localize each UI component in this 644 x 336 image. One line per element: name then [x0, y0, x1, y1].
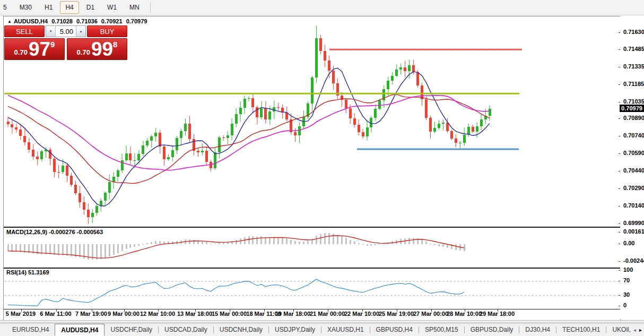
timeframe-button-mn[interactable]: MN — [124, 1, 145, 14]
chart-tab-bar: EURUSD,H4AUDUSD,H4USDCHF,DailyUSDCAD,Dai… — [0, 323, 644, 336]
rsi-scale-label: 30 — [623, 291, 630, 298]
axis-tick — [619, 136, 620, 136]
volume-decrease-icon[interactable]: ▾ — [46, 26, 56, 37]
timeframe-button-d1[interactable]: D1 — [81, 1, 100, 14]
trading-terminal-window: 5M30H1H4D1W1MN ▲AUDUSD,H4 0.71028 0.7103… — [0, 0, 644, 336]
macd-scale-label: 0.001615 — [623, 228, 644, 235]
price-tick-label: 0.71185 — [623, 81, 644, 87]
tab-scroll-arrows: ◂ ▸ — [630, 323, 642, 336]
rsi-scale-label: 70 — [623, 277, 630, 283]
price-axis[interactable]: 0.716300.714850.713350.711850.710350.708… — [620, 16, 644, 320]
axis-tick — [619, 295, 620, 296]
axis-tick — [619, 118, 620, 119]
axis-tick — [619, 67, 620, 67]
axis-tick — [619, 261, 620, 262]
price-tick-label: 0.70890 — [623, 115, 644, 121]
buy-price-button[interactable]: 0.70 99 8 — [67, 38, 127, 60]
rsi-indicator-label: RSI(14)51.3169 — [6, 269, 51, 275]
buy-price-prefix: 0.70 — [77, 48, 90, 56]
timeframe-button-m30[interactable]: M30 — [14, 1, 37, 14]
price-tick-label: 0.70590 — [623, 150, 644, 156]
high-value: 0.71036 — [76, 18, 98, 24]
price-tick-label: 0.71035 — [623, 98, 644, 105]
close-value: 0.70979 — [126, 18, 147, 24]
volume-input[interactable]: 5.00 — [56, 26, 76, 37]
chart-tab-usdchf-daily[interactable]: USDCHF,Daily — [105, 323, 158, 336]
rsi-scale-label: 0 — [623, 302, 626, 308]
timeframe-button-w1[interactable]: W1 — [102, 1, 122, 14]
axis-tick — [619, 306, 620, 306]
chart-canvas[interactable] — [3, 16, 621, 320]
buy-price-main: 99 — [91, 39, 113, 59]
price-tick-label: 0.69990 — [623, 220, 644, 226]
price-tick-label: 0.70740 — [623, 132, 644, 139]
chart-ohlc-header: ▲AUDUSD,H4 0.71028 0.71036 0.70921 0.709… — [7, 18, 149, 24]
tab-scroll-right-icon[interactable]: ▸ — [639, 327, 642, 333]
chart-tab-eurusd-h4[interactable]: EURUSD,H4 — [6, 323, 55, 336]
axis-tick — [619, 49, 620, 50]
toolbar-divider — [150, 2, 151, 13]
tab-scroll-left-icon[interactable]: ◂ — [633, 327, 636, 333]
axis-tick — [619, 232, 620, 232]
chart-tab-tech100-h1[interactable]: TECH100,H1 — [556, 323, 606, 336]
volume-increase-icon[interactable]: ▴ — [76, 26, 85, 37]
axis-tick — [619, 206, 620, 206]
price-tick-label: 0.70290 — [623, 185, 644, 191]
timeframe-button-h1[interactable]: H1 — [39, 1, 58, 14]
axis-tick — [619, 270, 620, 271]
price-tick-label: 0.71335 — [623, 63, 644, 70]
axis-tick — [619, 223, 620, 224]
axis-tick — [619, 188, 620, 189]
axis-tick — [619, 244, 620, 244]
symbol-marker-icon: ▲ — [7, 19, 12, 24]
chart-tab-dj30-h4[interactable]: DJ30,H4 — [519, 323, 556, 336]
macd-scale-label: 0.00 — [623, 240, 634, 246]
price-tick-label: 0.70440 — [623, 167, 644, 174]
rsi-scale-label: 100 — [623, 266, 633, 273]
buy-button[interactable]: BUY — [87, 25, 127, 37]
low-value: 0.70921 — [101, 18, 123, 24]
sell-button[interactable]: SELL — [4, 25, 45, 37]
axis-tick — [619, 84, 620, 85]
macd-scale-label: -0.002443 — [623, 257, 644, 264]
timeframe-toolbar: 5M30H1H4D1W1MN — [0, 0, 644, 15]
open-value: 0.71028 — [51, 18, 73, 24]
chart-tab-sp500-m15[interactable]: SP500,M15 — [419, 323, 464, 336]
axis-tick — [619, 32, 620, 33]
axis-tick — [619, 171, 620, 171]
price-tick-label: 0.70140 — [623, 202, 644, 209]
volume-stepper: ▾ 5.00 ▴ — [46, 25, 86, 37]
chart-tab-usdcad-daily[interactable]: USDCAD,Daily — [159, 323, 213, 336]
axis-tick — [619, 153, 620, 154]
current-price-tag: 0.70979 — [620, 105, 644, 112]
axis-tick — [619, 102, 620, 102]
buy-price-pip: 8 — [113, 40, 117, 49]
chart-tab-audusd-h4[interactable]: AUDUSD,H4 — [55, 324, 105, 336]
time-tick-label: 29 Mar 18:00 — [475, 311, 519, 317]
timeframe-button-5[interactable]: 5 — [0, 1, 12, 14]
price-tick-label: 0.71630 — [623, 29, 644, 35]
axis-tick — [619, 281, 620, 281]
timeframe-button-h4[interactable]: H4 — [60, 1, 79, 14]
chart-tab-xauusd-h1[interactable]: XAUUSD,H1 — [321, 323, 370, 336]
chart-tab-usdcnh-daily[interactable]: USDCNH,Daily — [214, 323, 268, 336]
sell-price-main: 97 — [29, 39, 50, 59]
time-axis[interactable]: 5 Mar 20196 Mar 11:007 Mar 19:009 Mar 00… — [3, 311, 620, 319]
sell-price-prefix: 0.70 — [14, 48, 28, 56]
chart-tab-gbpusd-h4[interactable]: GBPUSD,H4 — [370, 323, 419, 336]
one-click-trade-panel: SELL ▾ 5.00 ▴ BUY 0.70 97 9 0.70 99 8 — [4, 25, 127, 60]
price-tick-label: 0.71485 — [623, 46, 644, 52]
symbol-period-label: AUDUSD,H4 — [14, 18, 48, 24]
macd-indicator-label: MACD(12,26,9)-0.000276-0.000563 — [6, 229, 105, 235]
sell-price-pip: 9 — [50, 40, 55, 49]
chart-tab-gbpusd-daily[interactable]: GBPUSD,Daily — [465, 323, 519, 336]
sell-price-button[interactable]: 0.70 97 9 — [4, 38, 65, 60]
chart-tab-usdjpy-daily[interactable]: USDJPY,Daily — [269, 323, 321, 336]
